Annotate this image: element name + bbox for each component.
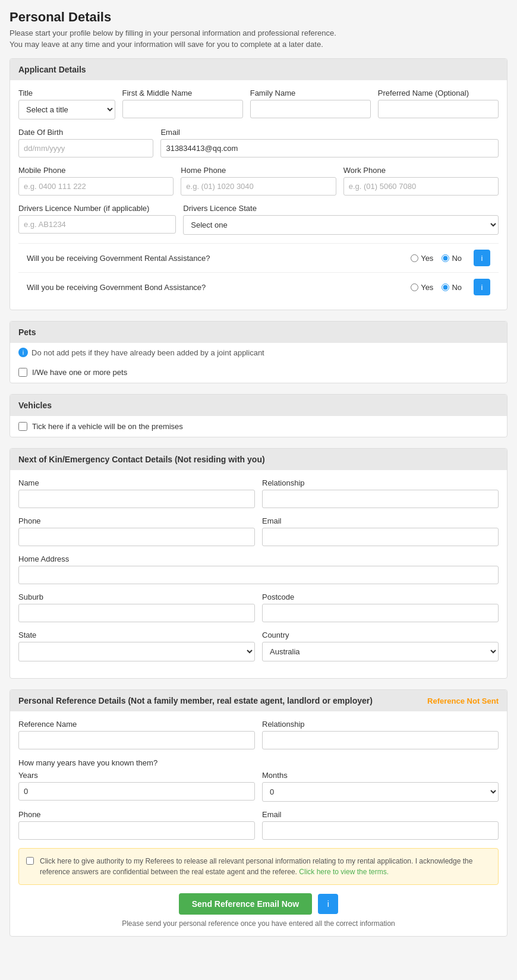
licence-number-input[interactable] xyxy=(18,215,176,234)
applicant-row-3: Mobile Phone Home Phone Work Phone xyxy=(18,166,499,196)
rental-yes-radio[interactable] xyxy=(411,254,418,262)
bond-info-button[interactable]: i xyxy=(474,279,490,295)
mobile-phone-input[interactable] xyxy=(18,177,174,196)
page-title: Personal Details xyxy=(10,10,507,25)
kin-suburb-group: Suburb xyxy=(18,593,255,622)
kin-phone-label: Phone xyxy=(18,516,255,525)
family-name-input[interactable] xyxy=(250,100,371,118)
kin-home-address-input[interactable] xyxy=(18,566,499,584)
consent-link[interactable]: Click here to view the terms. xyxy=(299,868,389,876)
bond-yes-label: Yes xyxy=(411,283,433,292)
kin-phone-input[interactable] xyxy=(18,528,255,546)
ref-status-badge: Reference Not Sent xyxy=(427,697,499,705)
consent-checkbox[interactable] xyxy=(26,857,34,865)
kin-name-label: Name xyxy=(18,478,255,487)
work-phone-input[interactable] xyxy=(343,177,499,196)
kin-email-input[interactable] xyxy=(262,528,499,546)
kin-email-group: Email xyxy=(262,516,499,546)
ref-months-select[interactable]: 0 1 2 3 4 5 6 7 8 9 10 11 xyxy=(262,782,499,802)
kin-home-address-group: Home Address xyxy=(18,554,499,584)
rental-info-button[interactable]: i xyxy=(474,250,490,266)
applicant-section-header: Applicant Details xyxy=(10,59,507,80)
home-phone-input[interactable] xyxy=(181,177,336,196)
title-label: Title xyxy=(18,89,115,97)
work-phone-label: Work Phone xyxy=(343,166,499,175)
kin-relationship-group: Relationship xyxy=(262,478,499,508)
home-phone-group: Home Phone xyxy=(181,166,336,196)
preferred-name-input[interactable] xyxy=(378,100,499,118)
ref-relationship-group: Relationship xyxy=(262,720,499,749)
preferred-name-label: Preferred Name (Optional) xyxy=(378,89,499,97)
subtitle1: Please start your profile below by filli… xyxy=(10,29,507,37)
kin-suburb-input[interactable] xyxy=(18,604,255,622)
personal-ref-header: Personal Reference Details (Not a family… xyxy=(10,690,507,711)
ref-months-group: Months 0 1 2 3 4 5 6 7 8 9 10 11 xyxy=(262,771,499,802)
send-row: Send Reference Email Now i xyxy=(18,893,499,915)
family-name-label: Family Name xyxy=(250,89,371,97)
vehicles-checkbox[interactable] xyxy=(18,422,27,431)
kin-row-5: State NSW VIC QLD WA SA TAS ACT NT Count… xyxy=(18,631,499,661)
rental-assistance-row: Will you be receiving Government Rental … xyxy=(18,243,499,272)
preferred-name-group: Preferred Name (Optional) xyxy=(378,89,499,119)
ref-years-input[interactable]: 0 xyxy=(18,782,255,801)
kin-country-group: Country Australia xyxy=(262,631,499,661)
pets-section-header: Pets xyxy=(10,322,507,343)
dob-label: Date Of Birth xyxy=(18,128,153,137)
title-group: Title Select a title Mr Mrs Ms Dr xyxy=(18,89,115,119)
vehicles-section: Vehicles Tick here if a vehicle will be … xyxy=(10,394,507,437)
rental-assistance-options: Yes No xyxy=(411,254,462,263)
rental-no-radio[interactable] xyxy=(442,254,449,262)
kin-postcode-input[interactable] xyxy=(262,604,499,622)
kin-name-input[interactable] xyxy=(18,490,255,508)
ref-months-label: Months xyxy=(262,771,499,780)
years-known-question: How many years have you known them? xyxy=(18,758,499,767)
kin-row-2: Phone Email xyxy=(18,516,499,546)
licence-state-group: Drivers Licence State Select one NSW VIC… xyxy=(183,204,499,235)
ref-years-group: Years 0 xyxy=(18,771,255,802)
personal-ref-section: Personal Reference Details (Not a family… xyxy=(10,689,507,937)
bottom-note: Please send your personal reference once… xyxy=(18,919,499,928)
dob-group: Date Of Birth xyxy=(18,128,153,157)
pets-note: i Do not add pets if they have already b… xyxy=(10,343,507,362)
kin-state-group: State NSW VIC QLD WA SA TAS ACT NT xyxy=(18,631,255,661)
bond-no-radio[interactable] xyxy=(442,283,449,291)
kin-email-label: Email xyxy=(262,516,499,525)
kin-row-3: Home Address xyxy=(18,554,499,584)
licence-state-select[interactable]: Select one NSW VIC QLD WA SA TAS ACT NT xyxy=(183,215,499,235)
dob-input[interactable] xyxy=(18,139,153,157)
kin-state-label: State xyxy=(18,631,255,639)
subtitle2: You may leave at any time and your infor… xyxy=(10,40,507,49)
rental-no-label: No xyxy=(442,254,462,263)
kin-state-select[interactable]: NSW VIC QLD WA SA TAS ACT NT xyxy=(18,642,255,661)
kin-country-select[interactable]: Australia xyxy=(262,642,499,661)
consent-box: Click here to give authority to my Refer… xyxy=(18,848,499,885)
title-select[interactable]: Select a title Mr Mrs Ms Dr xyxy=(18,100,115,119)
kin-country-label: Country xyxy=(262,631,499,639)
email-label: Email xyxy=(160,128,499,137)
ref-email-input[interactable] xyxy=(262,821,499,840)
first-middle-group: First & Middle Name xyxy=(122,89,243,119)
kin-suburb-label: Suburb xyxy=(18,593,255,601)
pets-checkbox[interactable] xyxy=(18,368,27,377)
mobile-phone-label: Mobile Phone xyxy=(18,166,174,175)
kin-row-4: Suburb Postcode xyxy=(18,593,499,622)
ref-name-input[interactable] xyxy=(18,731,255,749)
ref-name-group: Reference Name xyxy=(18,720,255,749)
work-phone-group: Work Phone xyxy=(343,166,499,196)
licence-number-label: Drivers Licence Number (if applicable) xyxy=(18,204,176,213)
send-reference-button[interactable]: Send Reference Email Now xyxy=(179,893,313,915)
ref-relationship-input[interactable] xyxy=(262,731,499,749)
email-input[interactable]: 313834413@qq.com xyxy=(160,139,499,157)
kin-relationship-label: Relationship xyxy=(262,478,499,487)
applicant-details-section: Applicant Details Title Select a title M… xyxy=(10,58,507,310)
send-info-button[interactable]: i xyxy=(318,894,338,914)
ref-row-3: Phone Email xyxy=(18,810,499,840)
applicant-row-1: Title Select a title Mr Mrs Ms Dr First … xyxy=(18,89,499,119)
ref-phone-input[interactable] xyxy=(18,821,255,840)
licence-number-group: Drivers Licence Number (if applicable) xyxy=(18,204,176,235)
mobile-phone-group: Mobile Phone xyxy=(18,166,174,196)
kin-relationship-input[interactable] xyxy=(262,490,499,508)
bond-yes-radio[interactable] xyxy=(411,283,418,291)
first-middle-input[interactable] xyxy=(122,100,243,118)
vehicles-checkbox-row: Tick here if a vehicle will be on the pr… xyxy=(10,416,507,437)
